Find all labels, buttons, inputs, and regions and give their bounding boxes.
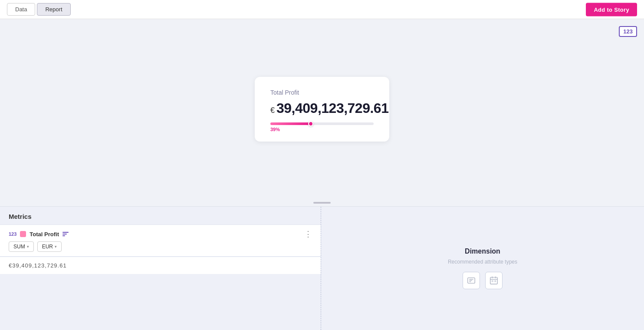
sum-arrow: ▾ [27,244,29,249]
canvas-area: 123 Total Profit € 39,409,123,729.61 39% [0,19,644,199]
metric-name: Total Profit [30,231,59,238]
calendar-type-icon [485,272,503,289]
sum-label: SUM [13,244,25,250]
data-row: €39,409,123,729.61 [0,257,321,274]
metrics-pane: Metrics 123 Total Profit ⋮ [0,207,321,330]
add-to-story-button[interactable]: Add to Story [586,3,637,16]
dimension-icons [463,272,503,289]
calendar-icon-svg [489,276,499,285]
filter-line-1 [62,232,69,233]
tab-report[interactable]: Report [37,3,70,16]
kpi-title: Total Profit [270,89,374,96]
sum-select[interactable]: SUM ▾ [9,241,34,252]
kpi-progress-track [270,122,374,125]
metrics-header: Metrics [0,207,321,224]
text-icon-svg [467,276,476,285]
kpi-currency: € [270,106,275,115]
currency-select[interactable]: EUR ▾ [37,241,62,252]
metric-controls: SUM ▾ EUR ▾ [9,241,312,252]
svg-rect-9 [495,280,496,282]
kpi-percent: 39% [270,127,374,132]
tab-data[interactable]: Data [7,3,35,16]
scroll-indicator [0,199,644,206]
filter-line-3 [62,235,65,236]
metric-color-dot [20,231,26,237]
kpi-progress-wrap: 39% [270,122,374,132]
currency-label: EUR [42,244,53,250]
filter-icon[interactable] [62,232,69,236]
kpi-progress-fill [270,122,311,125]
svg-rect-4 [490,277,498,284]
dimension-title: Dimension [465,248,500,255]
kpi-value-row: € 39,409,123,729.61 [270,100,374,116]
metric-more-button[interactable]: ⋮ [304,230,312,238]
filter-line-2 [62,234,67,234]
currency-arrow: ▾ [55,244,57,249]
filter-lines [62,232,69,236]
top-bar: Data Report Add to Story [0,0,644,19]
bottom-panel: Metrics 123 Total Profit ⋮ [0,206,644,330]
scroll-dot [313,202,331,204]
metric-item-top: 123 Total Profit ⋮ [9,230,312,238]
tab-group: Data Report [7,3,71,16]
metric-item: 123 Total Profit ⋮ SUM ▾ [0,224,321,257]
kpi-card: Total Profit € 39,409,123,729.61 39% [255,77,389,142]
dimension-subtitle: Recommended attribute types [448,259,517,265]
kpi-progress-dot [308,121,313,126]
dimension-pane: Dimension Recommended attribute types [321,207,644,330]
badge-123[interactable]: 123 [619,26,637,37]
metric-item-left: 123 Total Profit [9,231,69,238]
metric-badge: 123 [9,231,16,237]
text-type-icon [463,272,480,289]
kpi-value: 39,409,123,729.61 [276,100,388,116]
svg-rect-8 [492,280,493,282]
